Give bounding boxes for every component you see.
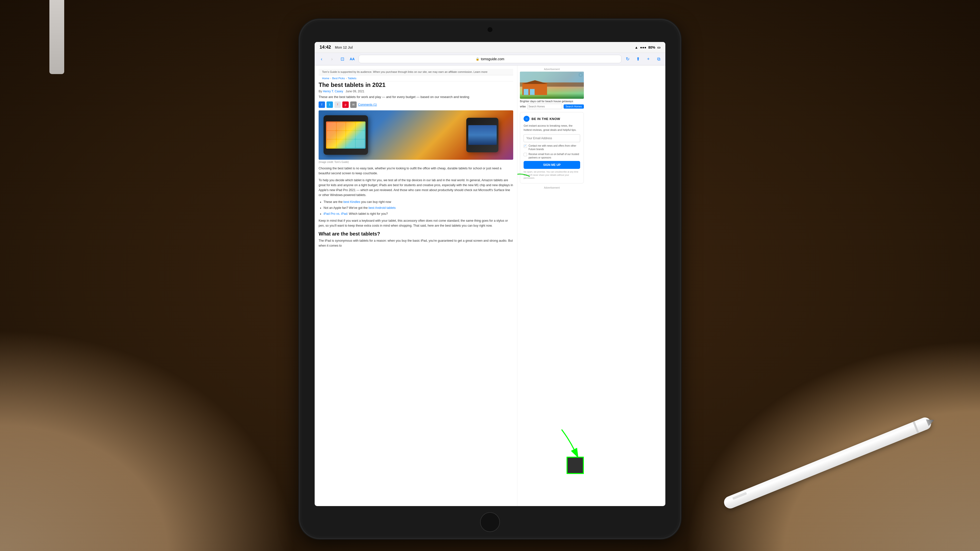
- safari-newtab-button[interactable]: +: [644, 55, 652, 63]
- ipad-screen: 14:42 Mon 12 Jul ▲ ●●● 80% ▭ ‹ › ⊡: [315, 42, 665, 506]
- article-title: The best tablets in 2021: [318, 81, 513, 89]
- app-icon: [346, 122, 355, 130]
- wifi-icon: ▲: [635, 45, 638, 49]
- safari-reload-button[interactable]: ↻: [624, 55, 631, 63]
- ipad-camera: [488, 27, 492, 32]
- keyboard-paragraph: Keep in mind that if you want a keyboard…: [318, 218, 513, 228]
- body-paragraph-2: To help you decide which tablet is right…: [318, 178, 513, 197]
- safari-bookmarks-button[interactable]: ⊡: [338, 55, 346, 63]
- safari-tabs-button[interactable]: ⧉: [655, 55, 662, 63]
- newsletter-email-input[interactable]: [523, 134, 580, 142]
- ad-logo: vrbo: [520, 105, 526, 108]
- status-icons: ▲ ●●● 80% ▭: [635, 45, 660, 49]
- ad-label: Advertisement: [520, 68, 584, 71]
- bullet-list: These are the best Kindles you can buy r…: [318, 200, 513, 216]
- tablet-right-image: [466, 118, 498, 152]
- newsletter-checkbox-2[interactable]: [523, 153, 527, 156]
- safari-reader-button[interactable]: AA: [348, 55, 356, 63]
- section-intro: The iPad is synonymous with tablets for …: [318, 238, 513, 248]
- article-byline: By Henry T. Casey June 09, 2021: [318, 90, 513, 93]
- ipad-pro-vs-ipad-link[interactable]: iPad Pro vs. iPad: [323, 212, 347, 216]
- ipad-device: 14:42 Mon 12 Jul ▲ ●●● 80% ▭ ‹ › ⊡: [300, 20, 680, 538]
- ad-search-input[interactable]: [527, 104, 562, 109]
- breadcrumb-home[interactable]: Home: [322, 77, 329, 80]
- ad-image: ✕: [520, 71, 584, 99]
- android-tablets-link[interactable]: best Android tablets: [369, 206, 396, 210]
- newsletter-fine-print: No spam, we promise. You can unsubscribe…: [523, 170, 580, 180]
- ad-tagline: Brighter days call for beach house getaw…: [520, 100, 584, 103]
- newsletter-checkbox-1-label: Contact me with news and offers from oth…: [528, 144, 580, 151]
- author-link[interactable]: Henry T. Casey: [323, 90, 343, 93]
- app-icon: [327, 122, 336, 130]
- safari-share-button[interactable]: ⬆: [634, 55, 642, 63]
- signal-icon: ●●●: [640, 45, 646, 49]
- ipad-body: 14:42 Mon 12 Jul ▲ ●●● 80% ▭ ‹ › ⊡: [300, 20, 680, 538]
- section-title: What are the best tablets?: [318, 231, 513, 237]
- app-icon: [337, 140, 346, 148]
- tablet-screen-right: [468, 125, 497, 145]
- breadcrumb: Home › Best Picks › Tablets: [318, 75, 513, 81]
- app-icon: [327, 140, 336, 148]
- newsletter-checkbox-2-label: Receive email from us on behalf of our t…: [528, 152, 580, 159]
- image-credit: (Image credit: Tom's Guide): [318, 161, 513, 164]
- bullet-item-1: These are the best Kindles you can buy r…: [323, 200, 513, 205]
- breadcrumb-tablets[interactable]: Tablets: [348, 77, 356, 80]
- app-icon: [346, 140, 355, 148]
- status-time: 14:42: [320, 45, 331, 50]
- ipad-home-button[interactable]: [480, 512, 500, 532]
- app-icon: [356, 140, 365, 148]
- annotation-box: [566, 457, 584, 474]
- newsletter-submit-button[interactable]: SIGN ME UP: [523, 161, 580, 169]
- newsletter-widget: ○ BE IN THE KNOW Get instant access to b…: [520, 112, 584, 183]
- kindles-link[interactable]: best Kindles: [344, 200, 360, 204]
- newsletter-icon: ○: [523, 116, 530, 122]
- app-icon: [346, 131, 355, 139]
- safari-url-bar[interactable]: 🔒 tomsguide.com: [359, 55, 621, 63]
- hand-left: [0, 329, 296, 551]
- article-sidebar: Advertisement ✕ Brighter days call for: [517, 65, 586, 506]
- share-email-button[interactable]: ✉: [350, 102, 356, 108]
- safari-browser-bar: ‹ › ⊡ AA 🔒 tomsguide.com ↻ ⬆ + ⧉: [315, 53, 665, 65]
- ios-status-bar: 14:42 Mon 12 Jul ▲ ●●● 80% ▭: [315, 42, 665, 53]
- advertisement-container: Advertisement ✕ Brighter days call for: [520, 68, 584, 109]
- breadcrumb-best-picks[interactable]: Best Picks: [332, 77, 345, 80]
- app-icon: [327, 131, 336, 139]
- article-intro: These are the best tablets for work and …: [318, 95, 513, 100]
- bottom-ad-label: Advertisement: [520, 186, 584, 189]
- safari-back-button[interactable]: ‹: [318, 55, 326, 63]
- newsletter-header: ○ BE IN THE KNOW: [523, 116, 580, 122]
- bullet-item-2: Not an Apple fan? We've got the best And…: [323, 205, 513, 210]
- annotation-arrow-svg: [554, 427, 586, 457]
- article-body-container: Tom's Guide is supported by its audience…: [315, 65, 665, 506]
- tablet-screen-left: [326, 121, 366, 149]
- comments-link[interactable]: Comments (1): [358, 103, 377, 106]
- status-date: Mon 12 Jul: [335, 45, 353, 49]
- app-icon: [356, 131, 365, 139]
- safari-url-text: tomsguide.com: [481, 57, 504, 61]
- battery-percent: 80%: [648, 45, 655, 49]
- newsletter-checkbox-row-2: Receive email from us on behalf of our t…: [523, 152, 580, 159]
- bullet-item-3: iPad Pro vs. iPad: Which tablet is right…: [323, 211, 513, 216]
- hero-image: [318, 110, 513, 160]
- body-paragraph-1: Choosing the best tablet is no easy task…: [318, 166, 513, 176]
- ad-search-button[interactable]: Search Homes: [563, 105, 584, 109]
- ad-search-row: vrbo Search Homes: [520, 104, 584, 109]
- share-pinterest-button[interactable]: p: [342, 102, 349, 108]
- social-share-bar: f t f p ✉: [318, 102, 513, 108]
- newsletter-checkbox-1[interactable]: [523, 144, 527, 148]
- share-twitter-button[interactable]: t: [326, 102, 333, 108]
- newsletter-title: BE IN THE KNOW: [531, 117, 560, 121]
- affiliate-notice: Tom's Guide is supported by its audience…: [318, 69, 513, 75]
- article-main: Tom's Guide is supported by its audience…: [315, 65, 517, 506]
- app-icon: [337, 131, 346, 139]
- safari-forward-button[interactable]: ›: [328, 55, 336, 63]
- app-icon: [337, 122, 346, 130]
- app-icon: [356, 122, 365, 130]
- share-facebook-button[interactable]: f: [318, 102, 325, 108]
- tablet-left-image: [323, 115, 368, 155]
- usb-cable: [49, 0, 64, 74]
- battery-icon: ▭: [657, 45, 660, 49]
- newsletter-description: Get instant access to breaking news, the…: [523, 124, 580, 132]
- share-flipboard-button[interactable]: f: [334, 102, 341, 108]
- newsletter-checkbox-row-1: Contact me with news and offers from oth…: [523, 144, 580, 151]
